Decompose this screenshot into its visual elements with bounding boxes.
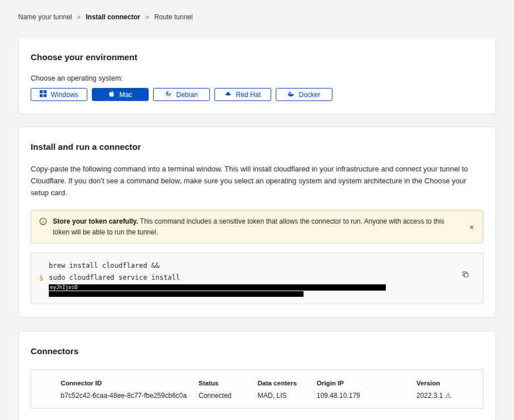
warning-close-button[interactable]: × [467,221,476,232]
os-button-label: Mac [119,91,132,99]
copy-command-button[interactable] [462,271,469,278]
debian-icon [165,90,172,99]
os-button-redhat[interactable]: Red Hat [214,88,271,101]
breadcrumb-item-route-tunnel: Route tunnel [154,13,193,21]
os-select-label: Choose an operating system: [31,74,483,82]
connectors-table: Connector ID Status Data centers Origin … [31,369,483,409]
choose-environment-card: Choose your environment Choose an operat… [18,37,496,114]
data-centers-value: MAD, LIS [258,392,317,400]
column-header-status: Status [199,380,258,387]
os-button-label: Debian [176,91,197,99]
version-warning-icon: ⚠ [445,392,452,400]
column-header-origin-ip: Origin IP [317,380,416,387]
column-header-version: Version [416,380,471,387]
os-button-label: Docker [298,91,320,99]
connector-id-value: b7c52c42-6caa-48ee-8c77-fbe259cb6c0a [61,392,199,400]
install-connector-card: Install and run a connector Copy-paste t… [18,127,496,317]
breadcrumb-item-install-connector: Install connector [86,13,140,21]
command-line-1: brew install cloudflared && [49,260,456,272]
breadcrumb: Name your tunnel > Install connector > R… [18,0,496,21]
install-command-codeblock: $ brew install cloudflared && sudo cloud… [31,253,483,304]
os-button-group: Windows Mac Debian Red Hat Docker [31,88,483,101]
os-button-label: Windows [50,91,78,99]
token-warning-bold: Store your token carefully. [53,217,138,225]
connectors-card: Connectors Connector ID Status Data cent… [18,331,496,420]
info-icon [39,217,47,237]
os-button-debian[interactable]: Debian [153,88,210,101]
table-row: b7c52c42-6caa-48ee-8c77-fbe259cb6c0a Con… [61,392,471,400]
apple-icon [108,90,115,99]
environment-card-title: Choose your environment [31,52,483,62]
os-button-mac[interactable]: Mac [92,88,149,101]
windows-icon [40,90,47,99]
connector-description: Copy-paste the following command into a … [31,163,483,199]
column-header-data-centers: Data centers [258,380,317,387]
shell-prompt: $ [39,274,43,282]
breadcrumb-separator: > [145,14,149,20]
token-warning-text: Store your token carefully. This command… [53,216,475,237]
breadcrumb-item-name-your-tunnel[interactable]: Name your tunnel [18,13,72,21]
version-value: 2022.3.1 [416,392,443,400]
origin-ip-value: 109.48.10.179 [317,392,416,400]
connectors-card-title: Connectors [31,346,483,356]
copy-icon [462,271,469,278]
redacted-token-bar-1: eyJhIjoiO [49,284,386,291]
os-button-windows[interactable]: Windows [31,88,87,101]
column-header-connector-id: Connector ID [61,380,199,387]
version-cell: 2022.3.1 ⚠ [416,392,471,400]
os-button-docker[interactable]: Docker [276,88,332,101]
token-prefix-text: eyJhIjoiO [49,285,78,290]
command-line-2: sudo cloudflared service install [49,272,456,284]
token-warning-banner: Store your token carefully. This command… [31,210,483,243]
status-badge: Connected [199,392,258,400]
redhat-icon [225,90,231,99]
redacted-token-bar-2 [49,291,304,297]
os-button-label: Red Hat [235,91,260,99]
connector-card-title: Install and run a connector [31,142,483,152]
docker-icon [288,90,294,99]
table-header-row: Connector ID Status Data centers Origin … [61,380,471,387]
breadcrumb-separator: > [77,14,81,20]
